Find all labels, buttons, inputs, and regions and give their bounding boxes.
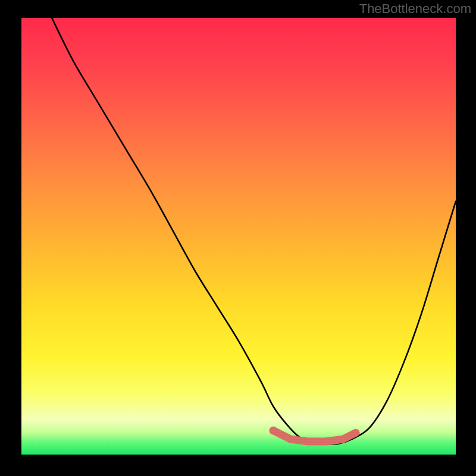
- optimal-zone-path: [273, 431, 356, 441]
- watermark-text: TheBottleneck.com: [359, 1, 471, 17]
- chart-svg: [21, 18, 456, 455]
- bottleneck-curve-path: [52, 18, 456, 444]
- optimal-zone-marker: [269, 427, 277, 435]
- chart-plot-area: [21, 18, 456, 455]
